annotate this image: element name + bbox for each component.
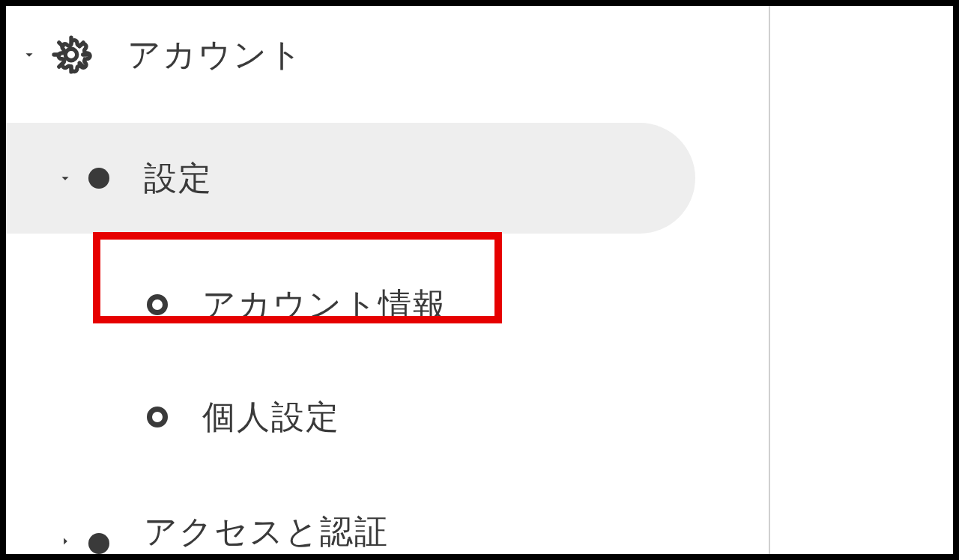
bullet-hollow-icon: [147, 407, 168, 427]
tree-item-access-auth[interactable]: アクセスと認証: [6, 481, 755, 556]
navigation-tree: アカウント 設定 アカウント情報 個人設定: [6, 6, 755, 556]
tree-item-label: アカウント情報: [202, 283, 447, 327]
svg-point-0: [65, 49, 76, 60]
bullet-filled-icon: [88, 533, 109, 554]
bullet-hollow-icon: [147, 294, 168, 315]
chevron-right-icon[interactable]: [52, 529, 78, 554]
tree-item-label: 個人設定: [202, 395, 340, 439]
chevron-down-icon[interactable]: [16, 42, 42, 67]
tree-item-settings[interactable]: 設定: [6, 123, 695, 234]
tree-item-label: アカウント: [127, 33, 303, 77]
tree-item-label: 設定: [144, 156, 213, 201]
tree-children: アカウント情報 個人設定: [6, 249, 755, 473]
bullet-filled-icon: [88, 168, 109, 189]
tree-item-account[interactable]: アカウント: [6, 13, 755, 96]
tree-item-account-info[interactable]: アカウント情報: [6, 249, 755, 361]
chevron-down-icon[interactable]: [52, 165, 78, 191]
vertical-divider: [769, 6, 770, 554]
tree-item-personal-settings[interactable]: 個人設定: [6, 361, 755, 473]
app-frame: アカウント 設定 アカウント情報 個人設定: [0, 0, 959, 560]
gear-icon: [49, 33, 93, 76]
tree-item-label: アクセスと認証: [144, 510, 389, 554]
